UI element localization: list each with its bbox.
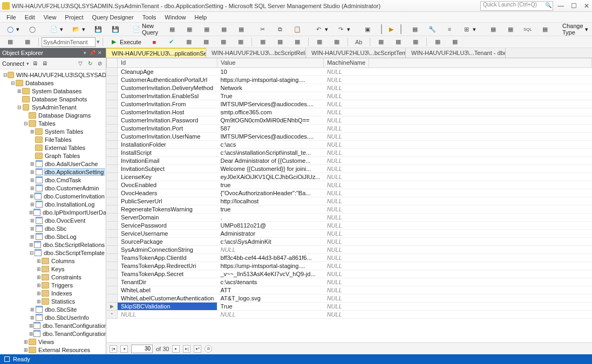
tb-icon-5[interactable]: ▦ [233, 24, 249, 35]
maximize-icon[interactable]: ☐ [570, 2, 577, 10]
panel-pin-icon[interactable]: 📌 [89, 50, 96, 56]
tree-node[interactable]: ⊞dbo.CmdTask [0, 176, 106, 184]
table-row[interactable]: InvitationSubjectWelcome {{CustomerId}} … [107, 164, 592, 173]
parse-button[interactable]: ✔ [164, 37, 180, 47]
solution-button[interactable]: ▣ [359, 24, 376, 35]
table-row[interactable]: SysAdminConnectionStringNULLNULL [107, 245, 592, 253]
tb2-btn-c[interactable]: ▦ [215, 37, 232, 47]
table-row[interactable]: CustomerAuthenticationPortalUrlhttps://u… [107, 75, 592, 84]
nav-position-input[interactable] [131, 345, 153, 353]
menu-edit[interactable]: Edit [21, 13, 39, 22]
tree-node[interactable]: ⊞dbo.SbcLog [0, 232, 106, 241]
table-row[interactable]: RegenerateTokensWarningtrueNULL [107, 205, 592, 213]
menu-project[interactable]: Project [60, 13, 87, 22]
tree-node[interactable]: ⊟dbo.SbcScriptTemplate [0, 249, 106, 257]
table-row[interactable]: ServiceUsernameAdministratorNULL [107, 229, 592, 237]
tree-node[interactable]: Database Diagrams [0, 111, 106, 119]
new-button[interactable]: 📄▾ [46, 24, 67, 35]
col-header-id[interactable]: Id [118, 58, 217, 67]
table-row[interactable]: TeamsTokenApp.RedirectUrihttps://ump-imt… [107, 262, 592, 270]
tree-node[interactable]: ⊞dbo.SbcScriptRelations [0, 241, 106, 249]
refresh-icon[interactable]: ↻ [86, 60, 94, 67]
tb2-btn-l[interactable]: ▦ [390, 37, 406, 47]
tree-node[interactable]: ⊞Keys [0, 265, 106, 273]
tree-node[interactable]: ⊞dbo.SbcSite [0, 305, 106, 313]
table-row[interactable]: InvitationEmailDear Administrator of {{C… [107, 156, 592, 164]
table-row[interactable]: WhiteLabelATTNULL [107, 286, 592, 294]
find-combo[interactable] [400, 24, 402, 34]
tb2-btn-a[interactable]: ▦ [181, 37, 197, 47]
panel-close-icon[interactable]: ✕ [96, 50, 104, 56]
table-row[interactable]: CleanupAge10NULL [107, 67, 592, 75]
table-row[interactable]: InstallationFolderc:\acsNULL [107, 140, 592, 148]
object-explorer-tree[interactable]: ⊟WIN-HAUVUF2HLU3\SQLSYSADMIN (S⊟Database… [0, 70, 106, 354]
grid-btn-1[interactable]: ▦ [485, 24, 501, 35]
tree-node[interactable]: ⊞Synonyms [0, 354, 106, 354]
table-row[interactable]: PublicServerUrlhttp://localhostNULL [107, 197, 592, 205]
tree-node[interactable]: Graph Tables [0, 152, 106, 160]
table-row[interactable]: SkipSBCValidationTrueNULL [107, 302, 592, 310]
nav-first-button[interactable]: |◂ [110, 345, 117, 353]
panel-dropdown-icon[interactable]: ▾ [81, 50, 89, 56]
change-type-button[interactable]: Change Type ▾ [559, 24, 592, 35]
connect-label[interactable]: Connect [2, 60, 24, 67]
grid-btn-2[interactable]: ▦ [502, 24, 519, 35]
execute-button[interactable]: ▶Execute [106, 37, 145, 47]
copy-button[interactable]: ⧉ [272, 24, 288, 35]
nav-next-button[interactable]: ▸ [172, 345, 180, 353]
tb2-btn-b[interactable]: ▦ [198, 37, 214, 47]
connect-dropdown-icon[interactable]: ▾ [26, 61, 29, 66]
nav-cancel-button[interactable]: ⊘ [205, 345, 212, 353]
stop-button[interactable]: ■ [146, 37, 162, 47]
tree-node[interactable]: Database Snapshots [0, 95, 106, 103]
table-row[interactable]: TeamsTokenApp.Secret_v~~_lIn513AsK4eKI7v… [107, 270, 592, 278]
table-row[interactable]: CustomerInvitation.DeliveryMethodNetwork… [107, 84, 592, 92]
tree-node[interactable]: ⊞dbo.Sbc [0, 224, 106, 232]
tree-node[interactable]: ⊞System Tables [0, 127, 106, 135]
tree-node[interactable]: ⊞Views [0, 338, 106, 346]
tree-node[interactable]: ⊞Indexes [0, 289, 106, 297]
find-button[interactable]: ▶ [383, 24, 399, 35]
sql-btn-4[interactable]: ⊞▾ [459, 24, 480, 35]
menu-file[interactable]: File [2, 13, 21, 22]
tb-icon-3[interactable]: ▦ [199, 24, 215, 35]
table-row[interactable]: SourcePackagec:\acs\SysAdminKitNULL [107, 237, 592, 245]
results-btn[interactable]: ▦ [537, 24, 553, 35]
table-row[interactable]: CustomerInvitation.FromIMTSUMPServices@a… [107, 100, 592, 108]
undo-button[interactable]: ↶▾ [311, 24, 332, 35]
menu-tools[interactable]: Tools [138, 13, 161, 22]
filter-icon[interactable]: ▽ [77, 60, 84, 67]
tree-node[interactable]: ⊞dbo.CustomerInvitation [0, 192, 106, 200]
tb-icon-2[interactable]: ▦ [181, 24, 198, 35]
open-button[interactable]: 📂▾ [68, 24, 89, 35]
tb2-btn-g[interactable]: ▦ [289, 37, 305, 47]
tb2-btn-e[interactable]: ▦ [255, 37, 271, 47]
tree-node[interactable]: ⊞dbo.IpPbxImportUserData [0, 208, 106, 216]
sql-btn-3[interactable]: ≡ [441, 24, 458, 35]
tb2-btn-j[interactable]: Ab [351, 37, 367, 47]
quick-launch-input[interactable]: Quick Launch (Ctrl+Q) [480, 1, 553, 11]
tb-icon-1[interactable]: ▦ [164, 24, 180, 35]
tree-node[interactable]: FileTables [0, 135, 106, 143]
table-row[interactable]: CustomerInvitation.EnableSslTrueNULL [107, 92, 592, 100]
tree-node[interactable]: ⊞dbo.TenantConfiguration [0, 329, 106, 338]
tree-node[interactable]: ⊞External Resources [0, 346, 106, 354]
nav-new-button[interactable]: ▸* [194, 345, 201, 353]
tree-node[interactable]: ⊞dbo.SbcUserInfo [0, 313, 106, 321]
tree-node[interactable]: ⊞Triggers [0, 281, 106, 289]
tb2-btn-h[interactable]: ▦ [311, 37, 328, 47]
tb2-btn-i[interactable]: ▦ [329, 37, 345, 47]
col-header-value[interactable]: Value [217, 58, 323, 67]
tb2-btn-k[interactable]: ▦ [373, 37, 389, 47]
tree-node[interactable]: ⊞Columns [0, 257, 106, 265]
stop-refresh-icon[interactable]: ⊘ [96, 60, 104, 67]
sql-btn-1[interactable]: ▦ [407, 24, 423, 35]
doc-tab[interactable]: WIN-HAUVUF2HLU3\...bcScriptTemplate [306, 48, 406, 58]
tree-node[interactable]: ⊞Statistics [0, 297, 106, 305]
nav-back-button[interactable]: ◯▾ [2, 24, 23, 35]
table-row[interactable]: CustomerInvitation.PasswordQm9tOGN0cm0xM… [107, 116, 592, 124]
redo-button[interactable]: ↷▾ [333, 24, 354, 35]
table-row[interactable]: TeamsTokenApp.ClientIdbff3c4bb-cef4-44d3… [107, 253, 592, 262]
saveall-button[interactable]: 💾 [107, 24, 124, 35]
doc-tab[interactable]: WIN-HAUVUF2HLU3\...pplicationSetting✕ [106, 48, 206, 58]
